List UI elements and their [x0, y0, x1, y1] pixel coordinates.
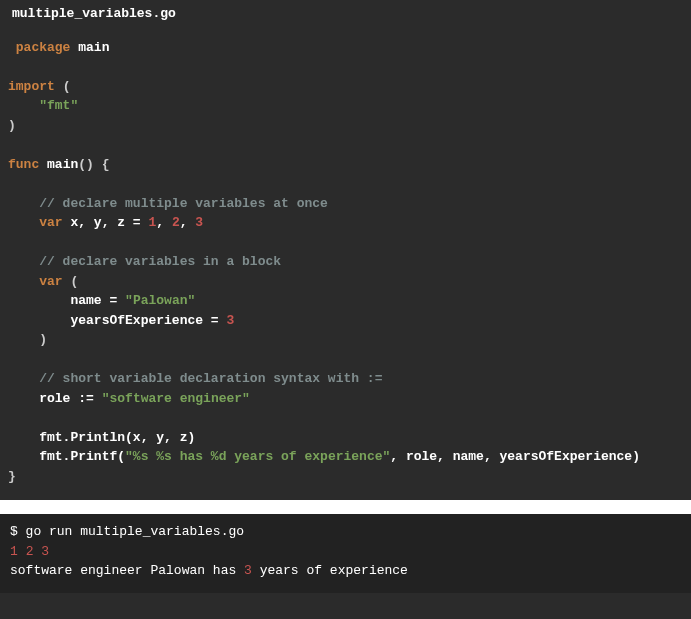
code-line: ) [8, 330, 683, 350]
keyword-func: func [8, 157, 39, 172]
code-line: // declare variables in a block [8, 252, 683, 272]
equals: = [109, 293, 117, 308]
code-line: role := "software engineer" [8, 389, 683, 409]
output-text: software engineer Palowan has [10, 563, 244, 578]
string-literal: "%s %s has %d years of experience" [125, 449, 390, 464]
terminal-output-line: 1 2 3 [10, 542, 681, 562]
paren: ) [8, 118, 16, 133]
paren: ( [63, 79, 71, 94]
code-line: } [8, 467, 683, 487]
output-number: 1 [10, 544, 18, 559]
package-name: main [78, 40, 109, 55]
output-space [18, 544, 26, 559]
string-literal: "Palowan" [125, 293, 195, 308]
code-editor: multiple_variables.go package main impor… [0, 0, 691, 500]
output-text: years of experience [252, 563, 408, 578]
comment: // short variable declaration syntax wit… [39, 371, 382, 386]
code-line: // declare multiple variables at once [8, 194, 683, 214]
brace: { [102, 157, 110, 172]
prompt: $ [10, 524, 26, 539]
func-name: main [47, 157, 78, 172]
terminal-command-line: $ go run multiple_variables.go [10, 522, 681, 542]
code-line: yearsOfExperience = 3 [8, 311, 683, 331]
equals: = [211, 313, 219, 328]
terminal-panel: $ go run multiple_variables.go 1 2 3 sof… [0, 514, 691, 593]
code-line: package main [8, 38, 683, 58]
var-names: x, y, z [70, 215, 125, 230]
code-line-blank [8, 233, 683, 253]
code-line-blank [8, 135, 683, 155]
keyword-package: package [16, 40, 71, 55]
code-line: import ( [8, 77, 683, 97]
comma: , [180, 215, 188, 230]
code-line: var x, y, z = 1, 2, 3 [8, 213, 683, 233]
brace: } [8, 469, 16, 484]
paren: ) [39, 332, 47, 347]
code-line-blank [8, 350, 683, 370]
code-line: fmt.Printf("%s %s has %d years of experi… [8, 447, 683, 467]
var-name: name [70, 293, 101, 308]
number-literal: 2 [172, 215, 180, 230]
func-call: fmt.Println [39, 430, 125, 445]
panel-separator [0, 500, 691, 514]
code-line: fmt.Println(x, y, z) [8, 428, 683, 448]
comment: // declare multiple variables at once [39, 196, 328, 211]
code-line-blank [8, 57, 683, 77]
keyword-var: var [39, 215, 62, 230]
paren: ( [117, 449, 125, 464]
string-literal: "software engineer" [102, 391, 250, 406]
keyword-import: import [8, 79, 55, 94]
command-text: go run multiple_variables.go [26, 524, 244, 539]
import-path: "fmt" [39, 98, 78, 113]
comment: // declare variables in a block [39, 254, 281, 269]
paren: ( [70, 274, 78, 289]
code-line-blank [8, 174, 683, 194]
var-name: role [39, 391, 70, 406]
terminal-output-line: software engineer Palowan has 3 years of… [10, 561, 681, 581]
short-decl-op: := [78, 391, 94, 406]
number-literal: 3 [226, 313, 234, 328]
output-number: 3 [244, 563, 252, 578]
number-literal: 3 [195, 215, 203, 230]
filename-label: multiple_variables.go [8, 0, 683, 38]
call-args: (x, y, z) [125, 430, 195, 445]
code-line: func main() { [8, 155, 683, 175]
func-sig: () [78, 157, 94, 172]
code-line: // short variable declaration syntax wit… [8, 369, 683, 389]
code-line-blank [8, 408, 683, 428]
equals: = [133, 215, 141, 230]
code-line: ) [8, 116, 683, 136]
call-args: , role, name, yearsOfExperience) [390, 449, 640, 464]
keyword-var: var [39, 274, 62, 289]
code-line: var ( [8, 272, 683, 292]
comma: , [156, 215, 164, 230]
func-call: fmt.Printf [39, 449, 117, 464]
output-number: 3 [41, 544, 49, 559]
var-name: yearsOfExperience [70, 313, 203, 328]
code-line: name = "Palowan" [8, 291, 683, 311]
code-line: "fmt" [8, 96, 683, 116]
